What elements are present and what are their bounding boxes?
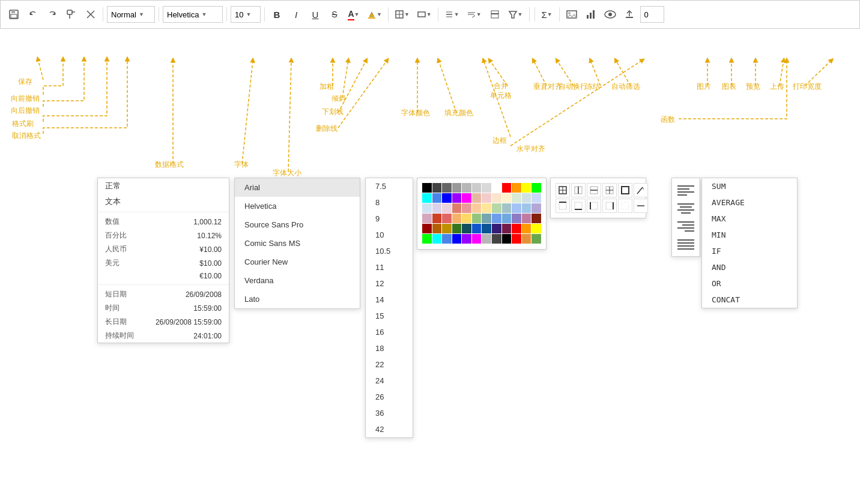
border-button[interactable]: ▼	[392, 6, 412, 23]
color-cell[interactable]	[482, 214, 491, 223]
func-average[interactable]: AVERAGE	[702, 194, 797, 211]
merge-button[interactable]: ▼	[414, 6, 434, 23]
upload-button[interactable]	[621, 6, 638, 23]
image-button[interactable]	[563, 6, 580, 23]
format-row-usd[interactable]: 美元 $10.00	[98, 256, 229, 270]
color-cell[interactable]	[482, 224, 491, 233]
border-outer[interactable]	[618, 183, 632, 197]
data-format-dropdown[interactable]: Normal ▼	[107, 6, 155, 23]
color-cell[interactable]	[472, 203, 482, 213]
align-right-button[interactable]	[675, 218, 697, 235]
color-cell[interactable]	[462, 214, 471, 223]
font-dropdown[interactable]: Helvetica ▼	[163, 6, 223, 23]
color-cell[interactable]	[522, 224, 531, 233]
color-cell[interactable]	[531, 224, 541, 233]
color-cell[interactable]	[462, 234, 471, 244]
sum-button[interactable]: Σ ▼	[539, 6, 556, 23]
size-24[interactable]: 24	[366, 373, 413, 389]
bold-button[interactable]: B	[268, 6, 285, 23]
size-9[interactable]: 9	[366, 211, 413, 227]
color-cell[interactable]	[472, 183, 482, 193]
size-15[interactable]: 15	[366, 308, 413, 324]
color-cell[interactable]	[432, 193, 442, 203]
fill-color-button[interactable]: ▼	[365, 6, 384, 23]
color-cell[interactable]	[442, 183, 452, 193]
size-16[interactable]: 16	[366, 324, 413, 340]
format-row-long-date[interactable]: 长日期 26/09/2008 15:59:00	[98, 315, 229, 329]
color-cell[interactable]	[422, 224, 432, 233]
font-item-comic-sans[interactable]: Comic Sans MS	[235, 234, 360, 253]
format-row-eur[interactable]: €10.00	[98, 270, 229, 282]
font-item-lato[interactable]: Lato	[235, 290, 360, 308]
color-cell[interactable]	[472, 224, 482, 233]
color-cell[interactable]	[492, 214, 501, 223]
size-42[interactable]: 42	[366, 421, 413, 437]
color-cell[interactable]	[492, 234, 501, 244]
color-cell[interactable]	[432, 183, 442, 193]
format-row-shuzi[interactable]: 数值 1,000.12	[98, 215, 229, 229]
color-cell[interactable]	[502, 214, 512, 223]
font-item-courier-new[interactable]: Courier New	[235, 253, 360, 271]
color-cell[interactable]	[531, 203, 541, 213]
func-if[interactable]: IF	[702, 243, 797, 259]
func-max[interactable]: MAX	[702, 211, 797, 227]
color-cell[interactable]	[462, 224, 471, 233]
color-cell[interactable]	[522, 203, 531, 213]
size-14[interactable]: 14	[366, 292, 413, 308]
freeze-button[interactable]	[486, 6, 503, 23]
align-left-button[interactable]	[675, 182, 697, 199]
color-cell[interactable]	[452, 214, 462, 223]
color-cell[interactable]	[442, 203, 452, 213]
border-thick-outer[interactable]	[634, 199, 648, 213]
print-width-input[interactable]: 0	[640, 6, 664, 23]
color-cell[interactable]	[502, 193, 512, 203]
border-none[interactable]	[618, 199, 632, 213]
color-cell[interactable]	[512, 193, 521, 203]
border-right[interactable]	[602, 199, 617, 213]
color-cell[interactable]	[462, 193, 471, 203]
color-cell[interactable]	[462, 203, 471, 213]
color-cell[interactable]	[492, 183, 501, 193]
font-item-source-sans-pro[interactable]: Source Sans Pro	[235, 215, 360, 234]
font-color-button[interactable]: A ▼	[345, 6, 362, 23]
format-row-short-date[interactable]: 短日期 26/09/2008	[98, 287, 229, 301]
color-cell[interactable]	[472, 193, 482, 203]
redo-button[interactable]	[44, 6, 61, 23]
border-inner-v[interactable]	[587, 183, 601, 197]
border-bottom[interactable]	[571, 199, 586, 213]
color-cell[interactable]	[522, 183, 531, 193]
undo-button[interactable]	[25, 6, 41, 23]
color-cell[interactable]	[502, 203, 512, 213]
func-concat[interactable]: CONCAT	[702, 292, 797, 308]
format-text[interactable]: 文本	[98, 194, 229, 209]
border-inner-h[interactable]	[571, 183, 586, 197]
func-and[interactable]: AND	[702, 259, 797, 275]
color-cell[interactable]	[422, 214, 432, 223]
filter-button[interactable]: ▼	[506, 6, 525, 23]
wrap-button[interactable]: ▼	[464, 6, 484, 23]
italic-button[interactable]: I	[288, 6, 304, 23]
color-cell[interactable]	[452, 183, 462, 193]
size-22[interactable]: 22	[366, 356, 413, 373]
color-cell[interactable]	[512, 224, 521, 233]
format-normal[interactable]: 正常	[98, 178, 229, 194]
color-cell[interactable]	[452, 193, 462, 203]
border-pen[interactable]	[634, 183, 648, 197]
save-button[interactable]	[5, 6, 22, 23]
color-cell[interactable]	[531, 234, 541, 244]
color-cell[interactable]	[482, 234, 491, 244]
size-7-5[interactable]: 7.5	[366, 178, 413, 194]
color-cell[interactable]	[432, 214, 442, 223]
font-item-verdana[interactable]: Verdana	[235, 271, 360, 290]
color-cell[interactable]	[422, 234, 432, 244]
color-cell[interactable]	[531, 183, 541, 193]
color-cell[interactable]	[452, 234, 462, 244]
color-cell[interactable]	[432, 234, 442, 244]
valign-button[interactable]: ▼	[442, 6, 462, 23]
color-cell[interactable]	[462, 183, 471, 193]
size-26[interactable]: 26	[366, 389, 413, 405]
color-cell[interactable]	[492, 224, 501, 233]
size-10[interactable]: 10	[366, 227, 413, 243]
font-item-arial[interactable]: Arial	[235, 178, 360, 197]
color-cell[interactable]	[522, 193, 531, 203]
